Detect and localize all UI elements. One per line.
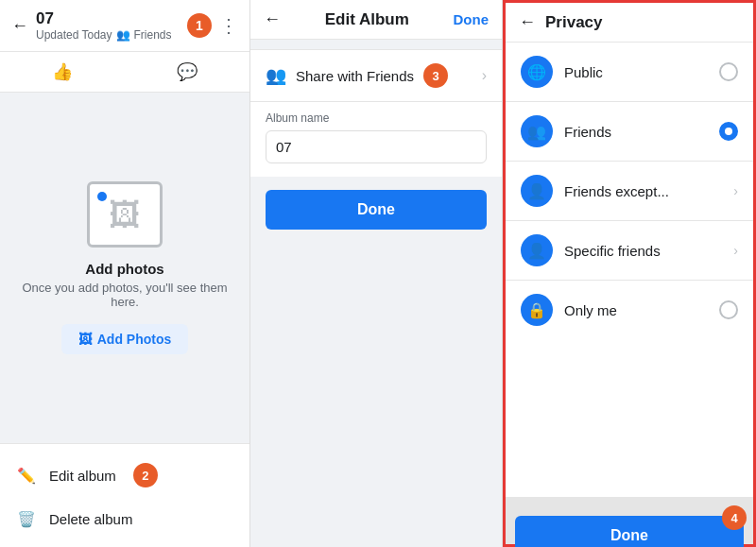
friends-except-label: Friends except... (564, 183, 669, 199)
album-title-block: 07 Updated Today 👥 Friends (36, 9, 172, 42)
edit-album-label: Edit album (49, 468, 116, 484)
edit-album-menu-item[interactable]: ✏️ Edit album 2 (0, 452, 249, 499)
friends-except-chevron-icon: › (733, 183, 738, 198)
share-label: Share with Friends (296, 68, 414, 84)
delete-album-menu-item[interactable]: 🗑️ Delete album (0, 499, 249, 539)
image-icon: 🖼 (109, 197, 141, 233)
privacy-item-friends-left: 👥 Friends (521, 115, 611, 147)
badge-1: 1 (187, 13, 212, 38)
like-icon: 👍 (52, 61, 73, 82)
specific-friends-icon: 👤 (521, 234, 553, 266)
album-name-label: Album name (266, 111, 487, 125)
privacy-item-friends[interactable]: 👥 Friends (506, 102, 753, 162)
delete-album-label: Delete album (49, 511, 132, 527)
public-radio[interactable] (719, 62, 738, 81)
public-icon: 🌐 (521, 56, 553, 88)
only-me-radio[interactable] (719, 300, 738, 319)
privacy-item-friends-except[interactable]: 👤 Friends except... › (506, 162, 753, 221)
add-photos-title: Add photos (85, 261, 163, 277)
friends-except-icon: 👤 (521, 175, 553, 207)
panel1-header-left: ← 07 Updated Today 👥 Friends (11, 9, 172, 42)
badge-2: 2 (133, 463, 158, 487)
panel3-back-icon[interactable]: ← (519, 12, 536, 32)
panel2-title: Edit Album (325, 10, 409, 29)
photo-placeholder: 🖼 (87, 181, 163, 248)
edit-icon: ✏️ (17, 467, 36, 485)
friends-privacy-icon: 👥 (521, 115, 553, 147)
panel3-title: Privacy (545, 13, 603, 32)
panel2-header: ← Edit Album Done (250, 0, 502, 40)
friends-label: Friends (134, 28, 172, 42)
privacy-item-public[interactable]: 🌐 Public (506, 43, 753, 102)
panel-privacy: ← Privacy 🌐 Public 👥 Friends 👤 Friends e… (503, 0, 756, 547)
add-photos-subtitle: Once you add photos, you'll see them her… (19, 281, 231, 309)
like-button[interactable]: 👍 (0, 52, 125, 92)
panel1-content: 🖼 Add photos Once you add photos, you'll… (0, 93, 249, 443)
panel-album-view: ← 07 Updated Today 👥 Friends 1 ⋮ 👍 💬 (0, 0, 250, 547)
updated-text: Updated Today (36, 28, 112, 42)
privacy-item-specific-friends-left: 👤 Specific friends (521, 234, 661, 266)
privacy-item-friends-except-left: 👤 Friends except... (521, 175, 669, 207)
panel2-done-button[interactable]: Done (266, 190, 487, 230)
album-title: 07 (36, 9, 172, 28)
share-row-left: 👥 Share with Friends 3 (266, 63, 448, 88)
album-name-section: Album name (250, 102, 502, 177)
panel2-back-icon[interactable]: ← (264, 9, 281, 29)
add-photos-btn-icon: 🖼 (78, 332, 92, 347)
back-arrow-icon[interactable]: ← (11, 16, 28, 36)
only-me-icon: 🔒 (521, 294, 553, 326)
add-photos-btn-label: Add Photos (97, 332, 172, 347)
panel1-actions: 👍 💬 (0, 52, 249, 93)
friends-radio[interactable] (719, 122, 738, 141)
album-name-input[interactable] (266, 130, 487, 163)
panel2-share-section: 👥 Share with Friends 3 › (250, 49, 502, 102)
only-me-label: Only me (564, 302, 617, 318)
comment-icon: 💬 (177, 61, 198, 82)
privacy-item-specific-friends[interactable]: 👤 Specific friends › (506, 221, 753, 281)
share-chevron-icon: › (482, 67, 487, 84)
specific-friends-label: Specific friends (564, 243, 661, 259)
more-options-icon[interactable]: ⋮ (219, 14, 238, 37)
friends-privacy-label: Friends (564, 124, 611, 140)
blue-dot (97, 192, 107, 201)
panel3-header: ← Privacy (506, 3, 753, 43)
share-with-friends-row[interactable]: 👥 Share with Friends 3 › (250, 50, 502, 101)
comment-button[interactable]: 💬 (125, 52, 249, 92)
share-friends-icon: 👥 (266, 65, 286, 86)
album-subtitle: Updated Today 👥 Friends (36, 28, 172, 42)
panel1-header: ← 07 Updated Today 👥 Friends 1 ⋮ (0, 0, 249, 52)
friends-icon: 👥 (116, 28, 130, 42)
specific-friends-chevron-icon: › (733, 243, 738, 258)
panel3-footer: Done 4 (506, 497, 753, 544)
panel1-bottom-menu: ✏️ Edit album 2 🗑️ Delete album (0, 443, 249, 547)
privacy-list: 🌐 Public 👥 Friends 👤 Friends except... ›… (506, 43, 753, 497)
badge-4: 4 (722, 505, 747, 530)
panel3-done-button[interactable]: Done (515, 516, 744, 547)
privacy-item-only-me-left: 🔒 Only me (521, 294, 617, 326)
delete-icon: 🗑️ (17, 510, 36, 528)
panel2-done-link[interactable]: Done (454, 11, 490, 27)
privacy-item-public-left: 🌐 Public (521, 56, 603, 88)
public-label: Public (564, 64, 603, 80)
panel-edit-album: ← Edit Album Done 👥 Share with Friends 3… (250, 0, 503, 547)
privacy-item-only-me[interactable]: 🔒 Only me (506, 281, 753, 339)
add-photos-button[interactable]: 🖼 Add Photos (61, 324, 189, 354)
badge-3: 3 (423, 63, 448, 88)
